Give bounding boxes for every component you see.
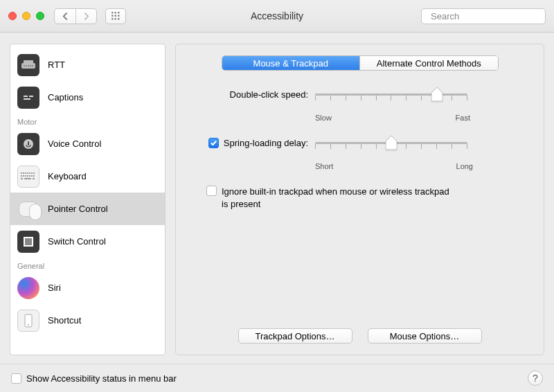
row-double-click-speed: Double-click speed: Slow Fast xyxy=(187,89,533,122)
svg-point-30 xyxy=(28,324,29,326)
forward-button[interactable] xyxy=(75,9,96,24)
slider-ticks xyxy=(315,96,467,100)
svg-rect-18 xyxy=(33,172,35,174)
slider-max-label: Fast xyxy=(456,114,470,122)
window-controls xyxy=(8,12,44,20)
sidebar-item-pointer-control[interactable]: Pointer Control xyxy=(10,193,165,225)
svg-point-6 xyxy=(32,65,33,66)
search-input[interactable] xyxy=(429,10,548,22)
svg-point-4 xyxy=(28,65,29,66)
trackpad-options-button[interactable]: Trackpad Options… xyxy=(238,328,352,344)
slider-labels: Short Long xyxy=(315,162,473,170)
svg-rect-17 xyxy=(31,172,33,174)
nav-back-forward xyxy=(54,8,97,24)
svg-rect-24 xyxy=(31,175,33,177)
titlebar: Accessibility xyxy=(0,0,554,33)
svg-rect-20 xyxy=(23,175,24,177)
svg-rect-23 xyxy=(29,175,30,177)
row-ignore-trackpad: Ignore built-in trackpad when mouse or w… xyxy=(187,186,533,210)
slider-labels: Slow Fast xyxy=(315,114,470,122)
search-field[interactable] xyxy=(421,8,546,24)
svg-rect-21 xyxy=(25,175,26,177)
svg-rect-16 xyxy=(29,172,30,174)
close-window-button[interactable] xyxy=(8,12,17,20)
shortcut-icon xyxy=(17,310,39,332)
sidebar-item-label: Keyboard xyxy=(48,171,87,181)
mouse-options-button[interactable]: Mouse Options… xyxy=(368,328,482,344)
tab-mouse-trackpad[interactable]: Mouse & Trackpad xyxy=(222,56,360,70)
slider-max-label: Long xyxy=(456,162,473,170)
svg-rect-9 xyxy=(24,98,30,100)
tab-group: Mouse & Trackpad Alternate Control Metho… xyxy=(222,55,499,71)
svg-rect-13 xyxy=(23,172,24,174)
sidebar-header-motor: Motor xyxy=(10,114,165,127)
svg-point-5 xyxy=(30,65,31,66)
button-label: Trackpad Options… xyxy=(255,331,334,341)
spring-loading-slider[interactable] xyxy=(315,137,467,148)
show-status-menubar-label: Show Accessibility status in menu bar xyxy=(26,373,177,384)
sidebar[interactable]: RTT Captions Motor Voice Control Ke xyxy=(10,44,166,355)
sidebar-item-rtt[interactable]: RTT xyxy=(10,48,165,81)
ignore-trackpad-label: Ignore built-in trackpad when mouse or w… xyxy=(222,186,457,210)
switch-control-icon xyxy=(17,231,39,253)
slider-min-label: Short xyxy=(315,162,333,170)
sidebar-item-keyboard[interactable]: Keyboard xyxy=(10,160,165,193)
slider-ticks xyxy=(315,144,467,149)
checkmark-icon xyxy=(210,139,217,147)
tab-label: Mouse & Trackpad xyxy=(253,58,328,69)
sidebar-item-siri[interactable]: Siri xyxy=(10,271,165,304)
sidebar-item-label: Voice Control xyxy=(48,139,101,149)
sidebar-item-label: Shortcut xyxy=(48,315,81,326)
spring-loading-checkbox[interactable] xyxy=(208,138,219,148)
svg-rect-14 xyxy=(25,172,26,174)
svg-rect-8 xyxy=(29,96,33,97)
show-status-menubar-checkbox[interactable] xyxy=(11,373,21,384)
show-all-prefs-button[interactable] xyxy=(105,8,126,24)
sidebar-item-captions[interactable]: Captions xyxy=(10,81,165,114)
content-area: RTT Captions Motor Voice Control Ke xyxy=(0,33,554,364)
svg-rect-11 xyxy=(28,141,29,145)
sidebar-item-label: Siri xyxy=(48,283,61,293)
help-button[interactable]: ? xyxy=(528,371,543,386)
sidebar-item-shortcut[interactable]: Shortcut xyxy=(10,304,165,337)
captions-icon xyxy=(17,87,39,109)
tab-alternate-control-methods[interactable]: Alternate Control Methods xyxy=(359,56,498,70)
svg-point-2 xyxy=(24,65,25,66)
svg-rect-25 xyxy=(33,175,35,177)
minimize-window-button[interactable] xyxy=(22,12,30,20)
svg-rect-27 xyxy=(24,178,31,179)
back-button[interactable] xyxy=(55,9,75,24)
sidebar-item-label: RTT xyxy=(48,60,65,70)
footer: Show Accessibility status in menu bar ? xyxy=(0,364,554,392)
slider-min-label: Slow xyxy=(315,114,332,122)
tab-label: Alternate Control Methods xyxy=(377,58,481,69)
pointer-control-icon xyxy=(17,198,39,220)
svg-rect-19 xyxy=(21,175,22,177)
voice-control-icon xyxy=(17,133,39,155)
svg-rect-26 xyxy=(21,178,23,179)
button-label: Mouse Options… xyxy=(390,331,459,341)
ignore-trackpad-checkbox[interactable] xyxy=(206,186,217,196)
svg-rect-28 xyxy=(33,178,35,179)
double-click-label: Double-click speed: xyxy=(187,89,315,100)
sidebar-header-general: General xyxy=(10,258,165,271)
double-click-speed-slider[interactable] xyxy=(315,89,467,100)
keyboard-icon xyxy=(17,166,39,188)
svg-point-3 xyxy=(26,65,27,66)
sidebar-item-label: Switch Control xyxy=(48,236,106,247)
settings-pane: Mouse & Trackpad Alternate Control Metho… xyxy=(175,44,544,355)
spring-loading-label: Spring-loading delay: xyxy=(224,138,308,148)
svg-rect-15 xyxy=(27,172,28,174)
sidebar-item-voice-control[interactable]: Voice Control xyxy=(10,127,165,160)
svg-rect-12 xyxy=(21,172,22,174)
rtt-icon xyxy=(17,54,39,76)
svg-rect-7 xyxy=(24,96,28,97)
sidebar-item-switch-control[interactable]: Switch Control xyxy=(10,225,165,258)
help-icon: ? xyxy=(533,373,538,384)
zoom-window-button[interactable] xyxy=(36,12,44,20)
grid-icon xyxy=(111,11,120,21)
siri-icon xyxy=(17,277,39,299)
svg-rect-22 xyxy=(27,175,28,177)
svg-rect-1 xyxy=(24,60,33,64)
sidebar-item-label: Captions xyxy=(48,92,83,103)
